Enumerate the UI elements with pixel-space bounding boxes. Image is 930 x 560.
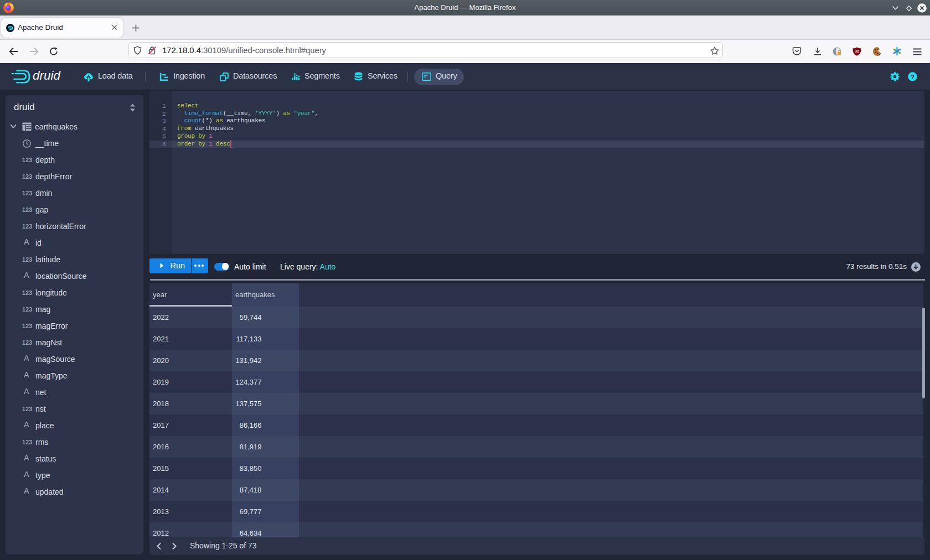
svg-text:?: ?	[911, 74, 914, 80]
svg-text:UO: UO	[855, 50, 860, 53]
